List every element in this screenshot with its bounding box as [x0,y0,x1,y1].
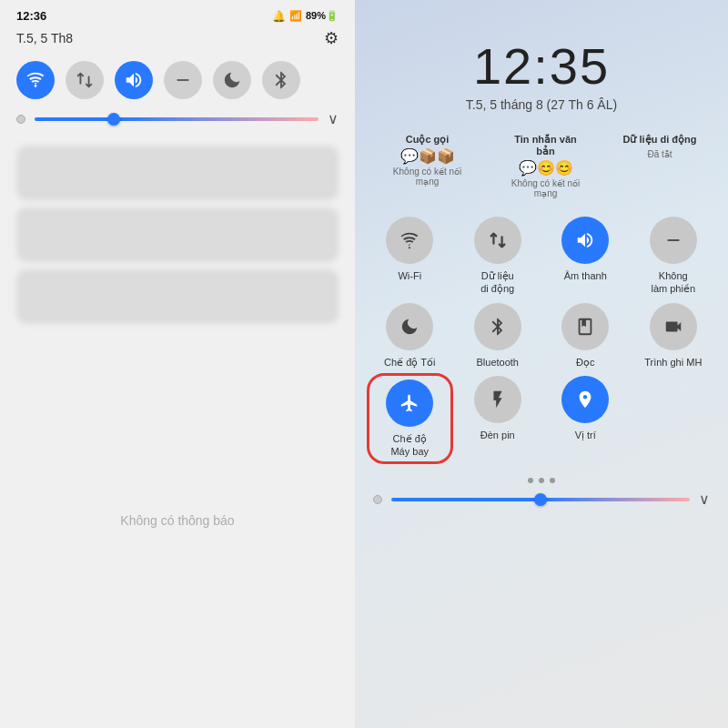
left-quick-toggles [0,56,355,108]
left-date: T.5, 5 Th8 [16,31,73,46]
app-preview-data: Dữ liệu di động Đã tắt [623,134,697,198]
tile-wifi-label: Wi-Fi [398,269,421,282]
tile-mobile-data[interactable]: Dữ liệudi động [458,217,539,296]
minus-tile-icon [663,230,683,250]
dot-3 [550,478,555,483]
right-brightness-slider[interactable] [391,498,690,501]
tile-sound-label: Âm thanh [564,269,607,282]
right-time: 12:35 [355,36,728,96]
left-night-toggle[interactable] [213,61,251,99]
left-data-toggle[interactable] [66,61,104,99]
right-panel: 12:35 T.5, 5 tháng 8 (27 Th 6 ÂL) Cuộc g… [355,0,728,728]
tile-bluetooth-label: Bluetooth [477,356,519,369]
left-bluetooth-toggle[interactable] [262,61,300,99]
quick-grid: Wi-Fi Dữ liệudi động Âm thanh [355,207,728,470]
bluetooth-icon [271,70,291,90]
tile-reading[interactable]: Đọc [545,303,626,369]
dot-1 [528,478,533,483]
svg-point-1 [409,247,410,248]
left-notification-area: Không có thông báo [0,136,355,728]
tile-record-label: Trình ghi MH [644,356,702,369]
flashlight-tile-icon [488,389,508,410]
right-brightness-row: ∨ [355,487,728,515]
record-tile-icon [663,317,683,337]
blur-box-2 [16,207,339,262]
blur-box-1 [16,146,339,200]
brightness-thumb [107,113,120,126]
tile-screen-record[interactable]: Trình ghi MH [633,303,714,369]
tile-flashlight[interactable]: Đèn pin [458,376,539,462]
left-wifi-toggle[interactable] [16,61,55,99]
tile-airplane[interactable]: Chế độMáy bay [369,376,450,462]
right-brightness-thumb [534,493,547,506]
blur-boxes [0,136,355,728]
right-brightness-chevron[interactable]: ∨ [699,490,710,508]
bluetooth-tile-icon [488,317,508,337]
tile-flashlight-label: Đèn pin [480,429,515,441]
tile-dark-mode[interactable]: Chế độ Tối [369,303,450,369]
minus-icon [173,70,193,90]
moon-icon [222,70,242,90]
tile-reading-label: Đọc [576,356,594,369]
tile-airplane-label: Chế độMáy bay [390,432,429,459]
tile-dnd[interactable]: Khônglàm phiền [633,217,714,296]
arrows-tile-icon [488,230,508,250]
dots-row [355,470,728,487]
left-date-row: T.5, 5 Th8 ⚙ [0,26,355,56]
left-dnd-toggle[interactable] [164,61,202,99]
right-clock: 12:35 T.5, 5 tháng 8 (27 Th 6 ÂL) [355,0,728,116]
tile-flashlight-icon-wrap [474,376,521,423]
left-status-icons: 🔔 📶 89%🔋 [272,10,339,23]
dot-2 [539,478,544,483]
brightness-dot [16,115,25,124]
volume-icon [124,70,144,90]
right-date: T.5, 5 tháng 8 (27 Th 6 ÂL) [355,97,728,112]
tile-reading-icon-wrap [561,303,609,350]
tile-airplane-icon-wrap [386,379,433,427]
tile-location-icon-wrap [561,376,609,423]
location-tile-icon [575,389,595,410]
airplane-tile-icon [399,393,420,413]
no-notification-text: Không có thông báo [0,513,355,528]
brightness-chevron[interactable]: ∨ [328,110,339,127]
tile-dnd-icon-wrap [650,217,697,264]
tile-bluetooth[interactable]: Bluetooth [458,303,539,369]
app-preview-calls: Cuộc gọi 💬📦📦 Không có kết nối mạng [387,134,469,198]
app-preview-sms: Tin nhắn văn bản 💬😊😊 Không có kết nối mạ… [505,134,587,198]
left-status-bar: 12:36 🔔 📶 89%🔋 [0,0,355,26]
left-volume-toggle[interactable] [115,61,153,99]
arrows-icon [75,70,95,90]
book-tile-icon [575,317,595,337]
svg-point-0 [35,85,37,87]
tile-dnd-label: Khônglàm phiền [651,269,695,296]
wifi-icon [25,70,46,90]
tile-dark-icon-wrap [386,303,433,350]
tile-dark-label: Chế độ Tối [384,356,435,369]
app-previews: Cuộc gọi 💬📦📦 Không có kết nối mạng Tin n… [355,116,728,207]
tile-sound[interactable]: Âm thanh [545,217,626,296]
tile-record-icon-wrap [650,303,697,350]
tile-location-label: Vị trí [575,429,596,441]
tile-data-label: Dữ liệudi động [480,269,514,296]
tile-wifi[interactable]: Wi-Fi [369,217,450,296]
tile-bluetooth-icon-wrap [474,303,521,350]
brightness-slider[interactable] [35,117,318,121]
settings-icon[interactable]: ⚙ [324,28,339,48]
wifi-tile-icon [399,230,420,250]
tile-location[interactable]: Vị trí [545,376,626,462]
tile-data-icon-wrap [474,217,521,264]
moon-tile-icon [399,317,420,337]
left-time: 12:36 [16,9,46,23]
tile-wifi-icon-wrap [386,217,433,264]
tile-sound-icon-wrap [561,217,609,264]
left-brightness-row: ∨ [0,108,355,136]
volume-tile-icon [575,230,595,250]
left-panel: 12:36 🔔 📶 89%🔋 T.5, 5 Th8 ⚙ [0,0,355,728]
right-brightness-dot [373,495,382,504]
blur-box-3 [16,269,339,324]
